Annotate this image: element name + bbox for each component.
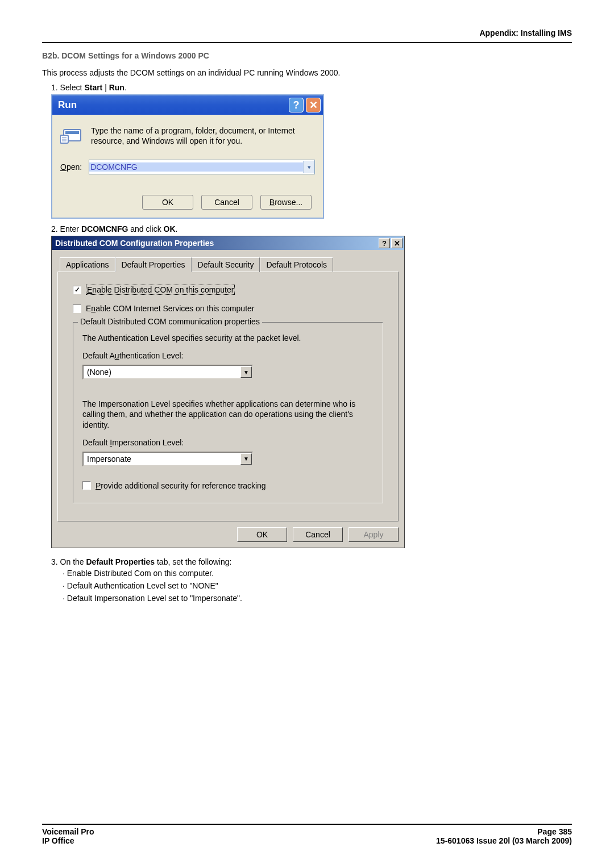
auth-level-label: Default Authentication Level: [82, 351, 374, 360]
chevron-down-icon[interactable]: ▼ [240, 453, 252, 465]
intro-text: This process adjusts the DCOM settings o… [42, 68, 572, 77]
browse-button[interactable]: Browse... [260, 195, 312, 210]
step-3-suffix: tab, set the following: [155, 557, 231, 566]
footer-left-1: Voicemail Pro [42, 827, 94, 836]
cancel-button[interactable]: Cancel [201, 195, 252, 210]
checkbox-label: Enable Distributed COM on this computer [86, 285, 235, 295]
footer-right-2: 15-601063 Issue 20l (03 March 2009) [436, 836, 572, 845]
dcom-titlebar: Distributed COM Configuration Properties… [52, 236, 404, 250]
chevron-down-icon[interactable]: ▼ [240, 366, 252, 378]
dcom-dialog: Distributed COM Configuration Properties… [51, 236, 405, 548]
appendix-title: Appendix: Installing IMS [42, 28, 572, 37]
step-1: 1. Select Start | Run. [51, 83, 572, 92]
cancel-button[interactable]: Cancel [293, 527, 343, 542]
bullet-2: Default Authentication Level set to "NON… [63, 581, 572, 590]
step-2: 2. Enter DCOMCNFG and click OK. [51, 224, 572, 233]
checkbox-enable-internet-services[interactable]: Enable COM Internet Services on this com… [73, 304, 383, 313]
bullet-1: Enable Distributed Com on this computer. [63, 569, 572, 578]
step-1-prefix: 1. Select [51, 83, 84, 92]
tab-default-security[interactable]: Default Security [192, 257, 260, 272]
footer-left-2: IP Office [42, 836, 74, 845]
groupbox-title: Default Distributed COM communication pr… [78, 317, 262, 326]
groupbox-communication-properties: Default Distributed COM communication pr… [73, 322, 383, 503]
step-3-prefix: 3. On the [51, 557, 86, 566]
tab-default-properties[interactable]: Default Properties [115, 257, 192, 272]
help-icon[interactable]: ? [289, 98, 304, 112]
run-title: Run [58, 99, 287, 111]
run-open-label: Open: [60, 162, 82, 172]
checkbox-icon[interactable] [73, 286, 81, 294]
checkbox-reference-tracking[interactable]: Provide additional security for referenc… [82, 481, 374, 490]
close-icon[interactable]: ✕ [391, 238, 403, 248]
checkbox-icon[interactable] [82, 481, 91, 490]
footer-right-1: Page 385 [537, 827, 572, 836]
divider-top [42, 42, 572, 43]
dcom-panel: Enable Distributed COM on this computer … [57, 272, 399, 521]
run-open-combo[interactable]: ▾ [89, 160, 315, 174]
step-2-ok: OK [164, 224, 176, 233]
step-1-suffix: . [125, 83, 127, 92]
step-3-tab: Default Properties [86, 557, 155, 566]
chevron-down-icon[interactable]: ▾ [303, 161, 314, 173]
step-1-sep: | [102, 83, 109, 92]
ok-button[interactable]: OK [237, 527, 287, 542]
auth-description: The Authentication Level specifies secur… [82, 333, 374, 343]
run-titlebar: Run ? ✕ [52, 95, 323, 115]
bullet-3: Default Impersonation Level set to "Impe… [63, 594, 572, 603]
help-icon[interactable]: ? [379, 238, 390, 248]
checkbox-enable-dcom[interactable]: Enable Distributed COM on this computer [73, 285, 383, 295]
divider-bottom [42, 824, 572, 825]
run-dialog: Run ? ✕ Type the name of a program, fold… [51, 94, 324, 219]
step-2-mid: and click [128, 224, 163, 233]
page-footer: Voicemail Pro Page 385 IP Office 15-6010… [42, 824, 572, 845]
dcom-title: Distributed COM Configuration Properties [55, 239, 377, 248]
tab-applications[interactable]: Applications [60, 257, 115, 272]
checkbox-icon[interactable] [73, 304, 81, 313]
step-2-suffix: . [176, 224, 178, 233]
step-3: 3. On the Default Properties tab, set th… [51, 557, 572, 566]
run-icon [60, 127, 83, 145]
tab-default-protocols[interactable]: Default Protocols [260, 257, 333, 272]
checkbox-label: Enable COM Internet Services on this com… [86, 304, 254, 313]
checkbox-label: Provide additional security for referenc… [96, 481, 266, 490]
run-description: Type the name of a program, folder, docu… [91, 126, 315, 146]
apply-button[interactable]: Apply [349, 527, 399, 542]
run-open-input[interactable] [89, 162, 303, 172]
dcom-tabs: Applications Default Properties Default … [60, 257, 399, 272]
imp-description: The Impersonation Level specifies whethe… [82, 399, 374, 430]
step-1-start: Start [84, 83, 102, 92]
auth-level-dropdown[interactable]: (None) ▼ [82, 365, 253, 379]
svg-rect-1 [65, 131, 79, 134]
close-icon[interactable]: ✕ [306, 98, 321, 112]
imp-level-value: Impersonate [87, 454, 240, 464]
step-1-run: Run [109, 83, 125, 92]
imp-level-dropdown[interactable]: Impersonate ▼ [82, 452, 253, 466]
imp-level-label: Default Impersonation Level: [82, 438, 374, 447]
step-2-cmd: DCOMCNFG [81, 224, 128, 233]
auth-level-value: (None) [87, 368, 240, 377]
ok-button[interactable]: OK [142, 195, 193, 210]
step-2-prefix: 2. Enter [51, 224, 81, 233]
run-body: Type the name of a program, folder, docu… [52, 115, 323, 218]
section-heading: B2b. DCOM Settings for a Windows 2000 PC [42, 51, 572, 60]
